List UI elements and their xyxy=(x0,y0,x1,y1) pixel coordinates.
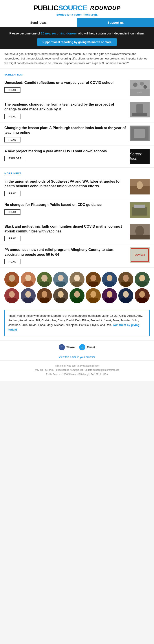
svg-rect-35 xyxy=(56,282,66,287)
svg-point-34 xyxy=(58,275,64,282)
svg-point-31 xyxy=(41,274,48,282)
svg-point-19 xyxy=(135,226,144,236)
article-content: Unmasked: Candid reflections on a warped… xyxy=(5,80,127,93)
avatar-face-svg xyxy=(21,272,36,287)
article-title: Black and multiethnic faith communities … xyxy=(5,224,127,234)
footer-links: why did I get this? · unsubscribe from t… xyxy=(5,368,149,372)
avatar xyxy=(86,288,101,303)
svg-rect-29 xyxy=(23,282,33,287)
read-button-mn2[interactable]: READ xyxy=(5,236,21,241)
article-title: A new project marking a year after COVID… xyxy=(5,149,127,154)
avatar xyxy=(37,272,52,287)
svg-point-52 xyxy=(9,291,15,298)
update-preferences-link[interactable]: update subscription preferences xyxy=(85,368,119,371)
article-content: PA announces new rent relief program; Al… xyxy=(5,247,127,264)
share-label: Share xyxy=(66,346,75,349)
share-facebook-button[interactable]: f Share xyxy=(59,344,75,350)
avatar-face-svg xyxy=(37,288,52,303)
why-link[interactable]: why did I get this? xyxy=(35,368,54,371)
more-news-section-label: MORE NEWS xyxy=(0,168,154,176)
footer-email[interactable]: xxxxx@gmail.com xyxy=(80,364,99,367)
svg-rect-71 xyxy=(105,298,114,303)
svg-point-58 xyxy=(42,291,47,298)
unsubscribe-link[interactable]: unsubscribe from this list xyxy=(56,368,83,371)
svg-rect-26 xyxy=(7,282,17,287)
avatar xyxy=(21,272,36,287)
avatar-face-svg xyxy=(118,272,133,287)
thankyou-box: Thank you to those who became supporters… xyxy=(5,310,149,336)
explore-button-3[interactable]: EXPLORE xyxy=(5,156,26,161)
article-row: No changes for Pittsburgh Public based o… xyxy=(0,199,154,221)
svg-point-37 xyxy=(74,275,80,282)
svg-point-73 xyxy=(123,291,129,298)
avatar-face-svg xyxy=(5,288,19,303)
article-image-2 xyxy=(130,126,149,141)
avatar-face-svg xyxy=(21,288,36,303)
svg-point-76 xyxy=(139,291,145,298)
view-in-browser: View this email in your browser xyxy=(0,354,154,360)
read-button-mn1[interactable]: READ xyxy=(5,210,21,215)
article-content: In the union strongholds of Southwest PA… xyxy=(5,179,127,196)
svg-text:COVID19: COVID19 xyxy=(134,254,145,256)
article-content: The pandemic changed me from a teen exci… xyxy=(5,102,127,119)
svg-point-40 xyxy=(90,275,96,282)
svg-rect-44 xyxy=(105,282,114,287)
avatar-face-svg xyxy=(102,272,117,287)
read-button-1[interactable]: READ xyxy=(5,114,21,119)
avatar xyxy=(102,272,117,287)
svg-rect-74 xyxy=(121,298,131,303)
article-thumbnail-svg: COVID19 xyxy=(130,247,149,263)
svg-rect-62 xyxy=(56,298,66,303)
svg-rect-50 xyxy=(137,282,147,287)
svg-rect-20 xyxy=(130,235,149,240)
share-twitter-button[interactable]: 🐦 Tweet xyxy=(79,344,95,350)
avatar-face-svg xyxy=(37,272,52,287)
promo-cta-button[interactable]: Support local reporting by giving $5/mon… xyxy=(37,38,117,46)
view-browser-link[interactable]: View this email in your browser xyxy=(59,356,95,359)
tweet-label: Tweet xyxy=(87,346,95,349)
article-row: The pandemic changed me from a teen exci… xyxy=(0,99,154,122)
avatar xyxy=(37,288,52,303)
article-image-mn2 xyxy=(130,224,149,240)
article-image-mn3: COVID19 xyxy=(130,247,149,263)
svg-point-3 xyxy=(143,85,147,89)
read-button-mn0[interactable]: READ xyxy=(5,191,21,196)
svg-text:photo: photo xyxy=(137,92,142,94)
read-button-2[interactable]: READ xyxy=(5,137,21,142)
svg-rect-77 xyxy=(137,298,147,303)
article-thumbnail-svg xyxy=(130,202,149,218)
avatar xyxy=(21,288,36,303)
supporters-section xyxy=(0,268,154,308)
facebook-icon: f xyxy=(59,344,65,350)
avatar-face-svg xyxy=(102,288,117,303)
avatar xyxy=(102,288,117,303)
promo-banner: Please become one of 25 new recurring do… xyxy=(0,27,154,49)
svg-rect-65 xyxy=(72,298,82,303)
svg-rect-8 xyxy=(132,113,147,116)
avatar-face-svg xyxy=(70,272,84,287)
twitter-icon: 🐦 xyxy=(79,344,85,350)
read-button-0[interactable]: READ xyxy=(5,87,21,93)
svg-rect-41 xyxy=(88,282,98,287)
send-ideas-button[interactable]: Send ideas xyxy=(0,18,77,27)
article-title: The pandemic changed me from a teen exci… xyxy=(5,102,127,112)
svg-rect-59 xyxy=(40,298,49,303)
support-us-button[interactable]: Support us xyxy=(77,18,154,27)
read-button-mn3[interactable]: READ xyxy=(5,259,21,264)
footer-email-line: This email was sent to xxxxx@gmail.com xyxy=(5,364,149,368)
svg-point-70 xyxy=(107,291,112,298)
promo-text: Please become one of 25 new recurring do… xyxy=(5,31,149,36)
avatar xyxy=(70,288,84,303)
svg-rect-53 xyxy=(7,298,17,303)
article-thumbnail-svg: photo xyxy=(130,80,149,96)
article-content: Black and multiethnic faith communities … xyxy=(5,224,127,241)
article-thumbnail-svg xyxy=(130,126,149,141)
avatar xyxy=(135,272,149,287)
svg-point-67 xyxy=(90,291,96,298)
svg-point-14 xyxy=(137,181,143,189)
svg-rect-47 xyxy=(121,282,131,287)
svg-point-25 xyxy=(9,274,15,282)
avatar xyxy=(5,272,19,287)
article-thumbnail-svg xyxy=(130,102,149,118)
svg-rect-11 xyxy=(134,129,145,138)
